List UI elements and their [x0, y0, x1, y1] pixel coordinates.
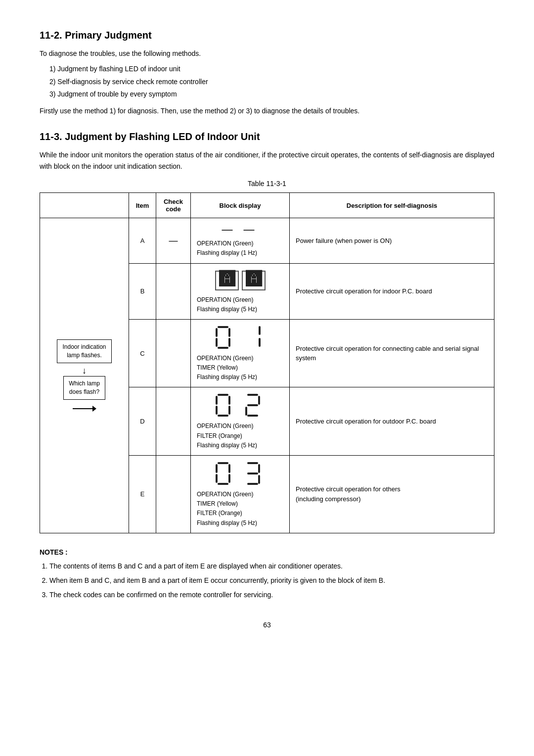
row-d-block-text: OPERATION (Green)FILTER (Orange)Flashing… — [197, 422, 283, 450]
svg-rect-23 — [228, 474, 230, 483]
row-e-block-text: OPERATION (Green)TIMER (Yellow)FILTER (O… — [197, 490, 283, 528]
svg-rect-7 — [259, 338, 261, 347]
row-e-item: E — [129, 456, 156, 533]
row-e-seg-display — [213, 461, 267, 485]
svg-rect-2 — [228, 328, 230, 337]
diagnosis-table: Item Checkcode Block display Description… — [40, 192, 494, 533]
svg-rect-13 — [218, 415, 228, 417]
col-header-left — [40, 193, 129, 218]
row-c-desc: Protective circuit operation for connect… — [290, 319, 494, 387]
svg-rect-26 — [258, 464, 260, 473]
diagram-box1: Indoor indicationlamp flashes. — [57, 339, 111, 363]
row-b-block: 🅰 🅰 OPERATION (Green)Flashing display (5… — [191, 263, 290, 319]
svg-rect-20 — [216, 464, 218, 473]
list-item: 2) Self-diagnosis by service check remot… — [49, 76, 494, 88]
row-e-check — [156, 456, 191, 533]
row-a-check: — — [156, 218, 191, 263]
row-d-check — [156, 387, 191, 456]
arrow-down-icon: ↓ — [82, 366, 87, 375]
row-d-desc: Protective circuit operation for outdoor… — [290, 387, 494, 456]
svg-rect-17 — [245, 407, 247, 416]
row-a-seg-display: — — — [197, 223, 283, 236]
notes-section: NOTES : The contents of items B and C an… — [40, 548, 494, 602]
svg-rect-29 — [247, 483, 258, 485]
svg-rect-6 — [259, 326, 261, 335]
col-header-desc: Description for self-diagnosis — [290, 193, 494, 218]
row-e-block: OPERATION (Green)TIMER (Yellow)FILTER (O… — [191, 456, 290, 533]
section-flashing-led: 11-3. Judgment by Flashing LED of Indoor… — [40, 131, 494, 533]
row-b-check — [156, 263, 191, 319]
row-c-seg-display — [213, 325, 267, 349]
svg-rect-5 — [218, 347, 228, 349]
row-d-block: OPERATION (Green)FILTER (Orange)Flashing… — [191, 387, 290, 456]
section2-desc: While the indoor unit monitors the opera… — [40, 149, 494, 172]
table-row: Indoor indicationlamp flashes. ↓ Which l… — [40, 218, 494, 263]
svg-rect-10 — [228, 396, 230, 405]
list-item: 1) Judgment by flashing LED of indoor un… — [49, 63, 494, 75]
row-d-seg-display — [213, 392, 267, 417]
intro-text: To diagnose the troubles, use the follow… — [40, 48, 494, 59]
arrow-right-tip — [92, 406, 96, 412]
svg-rect-28 — [258, 475, 260, 484]
row-a-desc: Power failure (when power is ON) — [290, 218, 494, 263]
svg-rect-25 — [247, 462, 258, 464]
svg-rect-18 — [247, 415, 258, 417]
row-a-block-text: OPERATION (Green)Flashing display (1 Hz) — [197, 239, 283, 258]
row-b-desc: Protective circuit operation for indoor … — [290, 263, 494, 319]
row-d-seg-container — [197, 392, 283, 419]
row-d-item: D — [129, 387, 156, 456]
diagram-cell: Indoor indicationlamp flashes. ↓ Which l… — [40, 218, 129, 533]
row-e-seg-container — [197, 461, 283, 487]
svg-rect-16 — [247, 404, 258, 406]
svg-rect-24 — [218, 483, 228, 485]
svg-rect-3 — [216, 338, 218, 347]
arrow-right-line — [73, 408, 92, 409]
list-item: The contents of items B and C and a part… — [49, 560, 494, 572]
diagram-box: Indoor indicationlamp flashes. ↓ Which l… — [46, 334, 123, 416]
intro-list: 1) Judgment by flashing LED of indoor un… — [49, 63, 494, 100]
arrow-right-container — [73, 406, 96, 412]
seg-digit: 🅰 — [242, 271, 266, 290]
notes-list: The contents of items B and C and a part… — [40, 560, 494, 602]
row-c-seg-container — [197, 325, 283, 351]
page-number: 63 — [40, 621, 494, 629]
intro-closing: Firstly use the method 1) for diagnosis.… — [40, 105, 494, 116]
row-e-desc: Protective circuit operation for others(… — [290, 456, 494, 533]
notes-title: NOTES : — [40, 548, 494, 556]
list-item: When item B and C, and item B and a part… — [49, 574, 494, 587]
diagram-box2: Which lampdoes flash? — [63, 376, 105, 400]
row-b-seg-display: 🅰 🅰 — [215, 271, 266, 290]
row-c-check — [156, 319, 191, 387]
svg-rect-14 — [247, 394, 258, 396]
seg-digit: 🅰 — [215, 271, 239, 290]
list-item: 3) Judgment of trouble by every symptom — [49, 88, 494, 100]
col-header-item: Item — [129, 193, 156, 218]
table-title: Table 11-3-1 — [40, 180, 494, 188]
section1-title: 11-2. Primary Judgment — [40, 30, 494, 41]
svg-rect-0 — [218, 326, 228, 328]
svg-rect-1 — [216, 328, 218, 337]
row-b-block-text: OPERATION (Green)Flashing display (5 Hz) — [197, 295, 283, 314]
svg-rect-27 — [247, 472, 258, 474]
svg-rect-12 — [228, 406, 230, 415]
svg-rect-8 — [218, 394, 228, 396]
svg-rect-9 — [216, 396, 218, 405]
svg-rect-11 — [216, 406, 218, 415]
section2-title: 11-3. Judgment by Flashing LED of Indoor… — [40, 131, 494, 142]
svg-rect-22 — [216, 474, 218, 483]
section-primary-judgment: 11-2. Primary Judgment To diagnose the t… — [40, 30, 494, 116]
col-header-check: Checkcode — [156, 193, 191, 218]
row-c-block: OPERATION (Green)TIMER (Yellow)Flashing … — [191, 319, 290, 387]
col-header-block: Block display — [191, 193, 290, 218]
row-b-item: B — [129, 263, 156, 319]
list-item: The check codes can be confirmed on the … — [49, 589, 494, 601]
svg-rect-15 — [258, 396, 260, 405]
row-c-item: C — [129, 319, 156, 387]
svg-rect-4 — [228, 338, 230, 347]
svg-rect-21 — [228, 464, 230, 473]
row-a-block: — — OPERATION (Green)Flashing display (1… — [191, 218, 290, 263]
svg-rect-19 — [218, 462, 228, 464]
row-c-block-text: OPERATION (Green)TIMER (Yellow)Flashing … — [197, 354, 283, 382]
row-a-item: A — [129, 218, 156, 263]
